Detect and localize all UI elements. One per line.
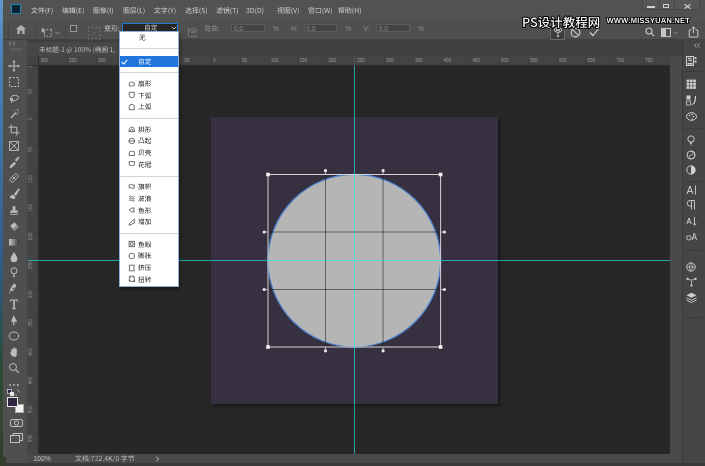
svg-text:50: 50 [185,58,191,63]
svg-text:150: 150 [300,58,308,63]
svg-text:400: 400 [444,58,452,63]
svg-text:500: 500 [28,405,33,413]
svg-text:250: 250 [69,58,77,63]
svg-text:750: 750 [645,58,653,63]
svg-text:300: 300 [41,58,49,63]
svg-text:50: 50 [28,88,33,94]
svg-text:150: 150 [28,204,33,212]
svg-text:50: 50 [242,58,248,63]
svg-text:550: 550 [28,434,33,442]
svg-text:450: 450 [473,58,481,63]
svg-text:300: 300 [386,58,394,63]
svg-text:600: 600 [559,58,567,63]
svg-text:700: 700 [617,58,625,63]
svg-text:400: 400 [28,348,33,356]
svg-text:200: 200 [28,232,33,240]
svg-text:300: 300 [28,290,33,298]
svg-text:350: 350 [28,319,33,327]
svg-text:650: 650 [588,58,596,63]
svg-text:500: 500 [501,58,509,63]
svg-text:0: 0 [28,117,33,120]
svg-text:350: 350 [415,58,423,63]
svg-text:0: 0 [213,58,216,63]
svg-text:450: 450 [28,376,33,384]
svg-text:250: 250 [357,58,365,63]
svg-text:250: 250 [28,261,33,269]
svg-text:100: 100 [28,175,33,183]
svg-text:200: 200 [329,58,337,63]
svg-text:100: 100 [28,66,33,68]
svg-text:100: 100 [271,58,279,63]
svg-text:200: 200 [98,58,106,63]
svg-text:50: 50 [28,146,33,152]
svg-text:550: 550 [530,58,538,63]
